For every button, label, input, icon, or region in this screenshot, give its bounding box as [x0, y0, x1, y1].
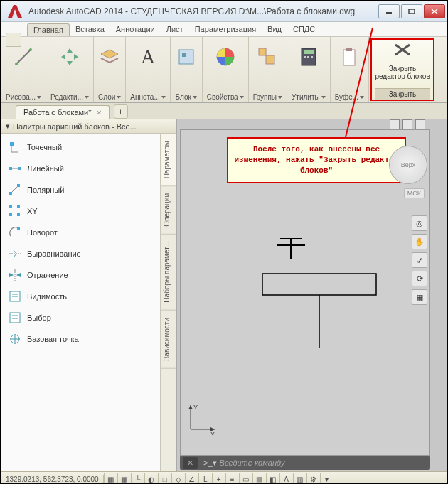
svg-rect-21: [10, 142, 14, 146]
coordinates: 1329.0213, 562.3723, 0.0000: [1, 475, 104, 483]
minimize-button[interactable]: [378, 4, 400, 18]
ribbon-panel-layers[interactable]: Слои: [94, 37, 126, 102]
ducs-icon[interactable]: L: [198, 473, 212, 484]
ribbon-tab[interactable]: Вид: [262, 23, 287, 35]
svg-text:Y: Y: [193, 404, 198, 411]
list-item[interactable]: Выбор: [1, 307, 160, 328]
statusbar: 1329.0213, 562.3723, 0.0000 ▦ ▦ └ ◐ □ ◇ …: [1, 471, 447, 484]
svg-rect-31: [17, 205, 20, 208]
ribbon-panel-draw[interactable]: Рисова...: [1, 37, 46, 102]
svg-rect-40: [10, 313, 20, 323]
steering-wheel-icon[interactable]: ◎: [412, 215, 427, 231]
dyn-icon[interactable]: +: [212, 473, 225, 484]
list-item[interactable]: Полярный: [1, 179, 160, 200]
list-item[interactable]: XY: [1, 200, 160, 222]
list-item[interactable]: Видимость: [1, 286, 160, 307]
ortho-icon[interactable]: └: [131, 473, 144, 484]
app-logo[interactable]: [6, 4, 24, 19]
status-extra-icon[interactable]: ⚙: [306, 473, 320, 484]
ribbon-tab[interactable]: Параметризация: [189, 23, 262, 35]
line-icon: [12, 45, 35, 68]
palette-tab[interactable]: Зависимости: [161, 311, 176, 369]
point-param-icon: [9, 141, 21, 154]
model-icon[interactable]: ▥: [293, 473, 306, 484]
ribbon: Рисова... Редакти... Слои A Аннота... Бл…: [1, 37, 447, 103]
ribbon-tab[interactable]: СПДС: [287, 23, 321, 35]
3dosnap-icon[interactable]: ◇: [171, 473, 185, 484]
ribbon-panel-block[interactable]: Блок: [171, 37, 203, 102]
ribbon-panel-annotation[interactable]: A Аннота...: [126, 37, 170, 102]
cmd-placeholder: Введите команду: [220, 458, 285, 467]
wcs-label[interactable]: МСК: [404, 188, 425, 198]
drawing-area: После того, как внесены все изменения, н…: [177, 119, 447, 471]
pan-icon[interactable]: ✋: [412, 234, 427, 249]
canvas[interactable]: После того, как внесены все изменения, н…: [180, 129, 430, 456]
lwt-icon[interactable]: ≡: [225, 473, 239, 484]
svg-rect-51: [262, 274, 376, 295]
ribbon-panel-groups[interactable]: Группы: [249, 37, 287, 102]
calculator-icon: [297, 45, 320, 68]
block-palette: ▾ Палитры вариаций блоков - Все... Точеч…: [1, 119, 177, 471]
svg-rect-33: [17, 213, 20, 216]
ribbon-tab[interactable]: Вставка: [70, 23, 110, 35]
close-tab-icon[interactable]: ✕: [96, 109, 102, 117]
svg-line-4: [16, 50, 31, 64]
xy-param-icon: [9, 205, 21, 217]
palette-tab[interactable]: Наборы парамет...: [161, 235, 176, 311]
ribbon-tab[interactable]: Аннотации: [110, 23, 161, 35]
navigation-bar: ◎ ✋ ⤢ ⟳ ▦: [412, 215, 427, 305]
otrack-icon[interactable]: ∠: [185, 473, 198, 484]
lookup-param-icon: [9, 311, 21, 324]
close-block-editor-button[interactable]: Закрытьредактор блоков Закрыть: [370, 38, 434, 101]
ribbon-tab[interactable]: Главная: [27, 23, 70, 36]
zoom-extents-icon[interactable]: ⤢: [412, 252, 427, 268]
tpy-icon[interactable]: ▭: [239, 473, 252, 484]
view-cube[interactable]: Верх: [389, 146, 427, 184]
viewport-minimize-icon[interactable]: [390, 119, 400, 129]
list-item[interactable]: Отражение: [1, 264, 160, 286]
list-item[interactable]: Базовая точка: [1, 328, 160, 350]
palette-tab[interactable]: Операции: [161, 186, 176, 235]
document-tab[interactable]: Работа с блоками* ✕: [16, 105, 110, 119]
list-item[interactable]: Выравнивание: [1, 243, 160, 264]
qp-icon[interactable]: ▤: [252, 473, 266, 484]
ribbon-panel-utilities[interactable]: Утилиты: [287, 37, 331, 102]
group-icon: [256, 45, 279, 68]
viewport-maximize-icon[interactable]: [402, 119, 412, 129]
viewport-close-icon[interactable]: [415, 119, 425, 129]
list-item[interactable]: Линейный: [1, 158, 160, 179]
orbit-icon[interactable]: ⟳: [412, 271, 427, 286]
layers-icon: [98, 45, 121, 68]
list-item[interactable]: Поворот: [1, 222, 160, 243]
linear-param-icon: [9, 162, 21, 175]
osnap-icon[interactable]: □: [158, 473, 171, 484]
ribbon-panel-clipboard[interactable]: Буфе...: [331, 37, 369, 102]
basepoint-param-icon: [9, 333, 21, 345]
showmotion-icon[interactable]: ▦: [412, 289, 427, 305]
annotation-callout: После того, как внесены все изменения, н…: [227, 137, 406, 183]
status-extra-icon[interactable]: ▾: [320, 473, 334, 484]
close-panel-label: Закрыть: [375, 88, 430, 100]
cmd-close-icon[interactable]: ✕: [183, 457, 198, 469]
move-icon: [58, 45, 81, 68]
svg-line-29: [11, 185, 18, 193]
close-x-icon: [393, 43, 412, 57]
new-tab-button[interactable]: +: [114, 104, 128, 119]
maximize-button[interactable]: [401, 4, 422, 18]
close-button[interactable]: [424, 4, 445, 18]
svg-text:X: X: [210, 431, 215, 435]
ribbon-panel-properties[interactable]: Свойства: [203, 37, 249, 102]
list-item[interactable]: Точечный: [1, 136, 160, 158]
snap-mode-icon[interactable]: ▦: [104, 473, 117, 484]
grid-icon[interactable]: ▦: [117, 473, 131, 484]
ribbon-panel-edit[interactable]: Редакти...: [46, 37, 94, 102]
sc-icon[interactable]: ◧: [266, 473, 279, 484]
palette-tab[interactable]: Параметры: [161, 134, 176, 186]
parameter-list: Точечный Линейный Полярный XY Поворот Вы…: [1, 134, 160, 471]
command-line[interactable]: ✕ >_▾ Введите команду: [180, 456, 430, 470]
am-icon[interactable]: A: [279, 473, 293, 484]
polar-icon[interactable]: ◐: [144, 473, 158, 484]
polar-param-icon: [9, 183, 21, 196]
ribbon-tab[interactable]: Лист: [161, 23, 189, 35]
palette-side-tabs: Параметры Операции Наборы парамет... Зав…: [160, 134, 176, 471]
